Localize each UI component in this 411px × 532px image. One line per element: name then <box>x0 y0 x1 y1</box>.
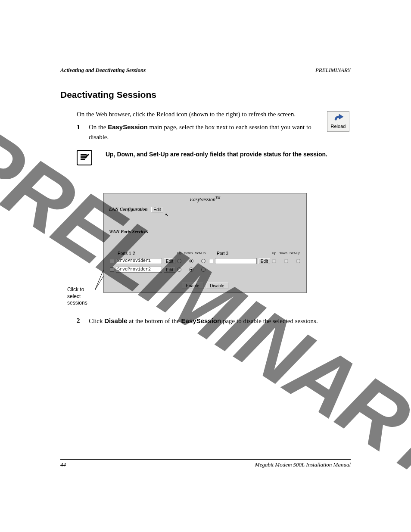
col-up-label: Up <box>177 251 181 256</box>
provider-1-name-input[interactable]: SrvcProvider1 <box>116 258 162 264</box>
step-2-t1: Click <box>89 317 104 324</box>
note-pencil-icon <box>77 150 92 165</box>
svg-rect-2 <box>81 159 85 160</box>
easysession-screenshot-panel: EasySessionTM LAN Configuration Edit ↖ W… <box>103 193 307 293</box>
provider-2-checkbox[interactable] <box>110 268 114 272</box>
port-3-row: Edit <box>209 258 300 264</box>
col-down-label-2: Down <box>278 251 287 256</box>
panel-title-main: EasySession <box>190 196 215 202</box>
intro-text: On the Web browser, click the Reload ico… <box>77 110 329 119</box>
step-2-b2: EasySession <box>181 317 221 324</box>
callout-text: Click to select sessions <box>67 286 95 307</box>
lan-configuration-label: LAN Configuration <box>109 206 148 212</box>
cursor-pointer-icon: ↖ <box>165 212 168 217</box>
running-header-left: Activating and Deactivating Sessions <box>60 67 146 74</box>
port-3-label: Port 3 <box>209 251 272 256</box>
port-3-name-input[interactable] <box>215 258 256 264</box>
step-2-number: 2 <box>77 317 80 324</box>
step-1-bold: EasySession <box>108 123 148 131</box>
reload-arrow-icon <box>332 112 344 123</box>
section-heading: Deactivating Sessions <box>60 90 156 100</box>
svg-rect-0 <box>81 154 87 156</box>
page-number: 44 <box>60 461 66 468</box>
panel-title: EasySessionTM <box>104 193 306 205</box>
enable-button[interactable]: Enable <box>182 283 203 289</box>
header-rule <box>60 76 351 76</box>
port-3-up-radio <box>272 259 276 263</box>
provider-2-edit-button[interactable]: Edit <box>164 267 175 273</box>
note-text: Up, Down, and Set-Up are read-only field… <box>106 151 342 158</box>
manual-title: Megabit Modem 500L Installation Manual <box>255 461 351 468</box>
provider-row-2: SrvcProvider2 Edit <box>110 266 206 273</box>
provider-1-edit-button[interactable]: Edit <box>164 258 175 264</box>
wan-ports-services-label: WAN Ports Services <box>104 212 306 234</box>
reload-label: Reload <box>331 124 346 129</box>
col-up-label-2: Up <box>272 251 276 256</box>
col-setup-label-2: Set-Up <box>290 251 300 256</box>
provider-1-checkbox[interactable] <box>110 259 114 263</box>
provider-2-up-radio <box>177 268 181 272</box>
footer-rule <box>60 459 351 460</box>
panel-title-tm: TM <box>215 196 220 200</box>
reload-icon-box: Reload <box>327 111 349 132</box>
step-2: 2 Click Disable at the bottom of the Eas… <box>77 317 351 325</box>
provider-1-up-radio <box>177 259 181 263</box>
disable-button[interactable]: Disable <box>206 283 228 289</box>
running-header-right: PRELIMINARY <box>315 67 351 74</box>
port-3-setup-radio <box>296 259 300 263</box>
step-1-text-a: On the <box>89 124 108 131</box>
port-3-column: Port 3 Up Down Set-Up Edit <box>207 251 302 275</box>
watermark-text: PRELIMINARY <box>0 107 411 499</box>
provider-2-setup-radio <box>201 268 206 272</box>
port-3-down-radio <box>284 259 288 263</box>
provider-2-name-input[interactable]: SrvcProvider2 <box>116 267 162 273</box>
provider-1-setup-radio <box>201 259 206 263</box>
port-3-edit-button[interactable]: Edit <box>258 258 270 264</box>
lan-configuration-row: LAN Configuration Edit ↖ <box>104 205 306 212</box>
ports-1-2-column: Ports 1-2 Up Down Set-Up SrvcProvider1 E… <box>108 251 207 275</box>
step-1-number: 1 <box>77 122 80 132</box>
col-down-label: Down <box>184 251 193 256</box>
ports-1-2-label: Ports 1-2 <box>110 251 177 256</box>
provider-row-1: SrvcProvider1 Edit <box>110 258 206 264</box>
step-2-t3: page to disable the selected sessions. <box>221 317 318 324</box>
col-setup-label: Set-Up <box>195 251 206 256</box>
step-2-b1: Disable <box>104 317 127 324</box>
provider-2-down-radio <box>189 268 193 272</box>
step-2-t2: at the bottom of the <box>128 317 181 324</box>
port-3-checkbox[interactable] <box>209 259 213 263</box>
step-1: 1 On the EasySession main page, select t… <box>77 122 329 142</box>
provider-1-down-radio <box>189 259 193 263</box>
lan-edit-button[interactable]: Edit <box>151 207 163 212</box>
